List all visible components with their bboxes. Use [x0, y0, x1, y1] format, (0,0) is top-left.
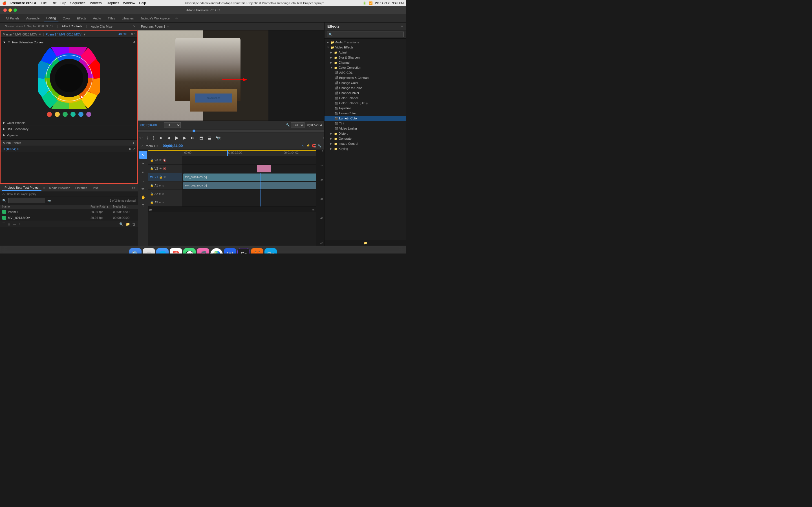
dock-calendar[interactable]: 📅 [170, 248, 182, 254]
tree-distort[interactable]: ▶ 📁 Distort [324, 131, 406, 136]
tree-change-to-color[interactable]: 🎬 Change to Color [324, 86, 406, 91]
track-a1-clip[interactable]: MVI_0013.MOV [A] [183, 182, 316, 189]
export-frame[interactable]: 📷 [214, 134, 221, 141]
audio-effects-arrow[interactable]: ▲ [132, 141, 135, 145]
loop-btn[interactable]: ↩ [138, 134, 144, 141]
ws-tab-audio[interactable]: Audio [90, 15, 104, 21]
dock-itunes[interactable]: 🎵 [197, 248, 209, 254]
a1-m[interactable]: M [159, 184, 161, 187]
effects-folder-icon[interactable]: 📁 [364, 241, 367, 244]
step-fwd-btn[interactable]: ▶ [182, 134, 188, 141]
a3-m[interactable]: M [159, 201, 161, 204]
ws-tab-editing[interactable]: Editing [44, 15, 59, 21]
tree-color-correction[interactable]: ▼ 📁 Color Correction [324, 65, 406, 70]
swatch-yellow[interactable] [55, 112, 60, 117]
pp-delete-btn[interactable]: 🗑 [132, 222, 136, 226]
overwrite-btn[interactable]: ⬓ [206, 134, 212, 141]
pm-scrubber[interactable] [138, 129, 324, 133]
v2-lock[interactable]: 🔒 [150, 167, 153, 170]
source-tab[interactable]: Source: Poem 1: Graphic: 00;00;36;19 [2, 24, 56, 29]
ws-tab-titles[interactable]: Titles [105, 15, 118, 21]
dock-messages[interactable]: 💬 [183, 248, 196, 254]
dock-premiere[interactable]: Pr [238, 248, 250, 254]
tl-close[interactable]: ✕ [141, 144, 144, 148]
dock-word[interactable]: W [224, 248, 236, 254]
effects-menu-icon[interactable]: ≡ [401, 24, 403, 29]
swatch-blue[interactable] [79, 112, 84, 117]
dock-firefox[interactable]: 🦊 [251, 248, 263, 254]
in-point-btn[interactable]: { [146, 134, 150, 141]
menu-help[interactable]: Help [139, 1, 146, 5]
tl-menu[interactable]: ≡ [156, 144, 158, 148]
v2-eye[interactable]: 👁 [159, 167, 162, 170]
dock-finder[interactable]: 🔍 [129, 248, 142, 254]
pp-camera-icon[interactable]: 📷 [47, 199, 51, 202]
clip-selector[interactable]: Poem 1 * MVI_0013.MOV [46, 33, 82, 36]
menu-sequence[interactable]: Sequence [70, 1, 86, 5]
dock-chrome[interactable]: 🌏 [210, 248, 223, 254]
apple-menu[interactable]: 🍎 [2, 1, 6, 5]
tree-lumetri-color[interactable]: 🎬 Lumetri Color [324, 116, 406, 121]
a3-s[interactable]: S [162, 201, 164, 204]
tl-tool-snap[interactable]: 🧲 [312, 144, 316, 148]
tree-equalize[interactable]: 🎬 Equalize [324, 106, 406, 111]
tree-color-balance[interactable]: 🎬 Color Balance [324, 96, 406, 101]
tl-hand-tool[interactable]: ✋ [139, 193, 147, 201]
track-v1-clip[interactable]: MVI_0013.MOV [V] [183, 173, 316, 181]
ws-tab-all-panels[interactable]: All Panels [3, 15, 22, 21]
v2-mute[interactable]: 🔇 [163, 167, 166, 170]
pm-menu-icon[interactable]: ≡ [167, 25, 168, 28]
ec-transport-btn[interactable]: ▶ [129, 147, 132, 151]
v1-lock[interactable]: 🔒 [159, 175, 162, 179]
ws-tab-jacinda[interactable]: Jacinda's Workspace [138, 15, 172, 21]
panel-close[interactable]: ✕ [133, 24, 136, 28]
tl-razor-tool[interactable]: ✂ [139, 159, 147, 167]
out-point-btn[interactable]: } [152, 134, 156, 141]
tree-generate[interactable]: ▶ 📁 Generate [324, 136, 406, 141]
tl-pen-tool[interactable]: ✏ [139, 185, 147, 193]
v3-lock[interactable]: 🔒 [150, 159, 153, 162]
clip-dropdown[interactable]: ▼ [83, 33, 86, 36]
step-back-btn[interactable]: ◀ [166, 134, 171, 141]
audio-effects-bar[interactable]: Audio Effects ▲ [1, 139, 137, 146]
insert-btn[interactable]: ⬒ [198, 134, 204, 141]
a3-lock[interactable]: 🔒 [150, 201, 153, 204]
menu-markers[interactable]: Markers [89, 1, 101, 5]
scrubber-thumb[interactable] [193, 129, 195, 132]
pp-tab-info[interactable]: Info [91, 185, 100, 190]
tree-leave-color[interactable]: 🎬 Leave Color [324, 111, 406, 116]
tree-change-color[interactable]: 🎬 Change Color [324, 80, 406, 86]
a2-lock[interactable]: 🔒 [150, 192, 153, 195]
step-back-far[interactable]: ⏮ [158, 134, 164, 141]
tl-ripple-tool[interactable]: ↔ [139, 168, 147, 176]
menu-graphics[interactable]: Graphics [105, 1, 119, 5]
tl-tool-ripple[interactable]: ⚡ [306, 144, 310, 148]
tl-tool-marker[interactable]: 🔧 [317, 144, 321, 148]
swatch-red[interactable] [47, 112, 52, 117]
ws-tab-color[interactable]: Color [60, 15, 73, 21]
pp-slider[interactable]: — [13, 222, 16, 226]
pm-quality-select[interactable]: Full 1/2 1/4 [291, 122, 305, 128]
a1-lock[interactable]: 🔒 [150, 184, 153, 187]
audio-clip-mix-tab[interactable]: Audio Clip Mixe [88, 24, 115, 29]
tree-color-balance-hls[interactable]: 🎬 Color Balance (HLS) [324, 101, 406, 106]
swatch-purple[interactable] [86, 112, 91, 117]
pp-folder-btn[interactable]: 📁 [126, 222, 130, 226]
tree-channel-mixer[interactable]: 🎬 Channel Mixer [324, 91, 406, 96]
dock-launchpad[interactable]: ⊞ [143, 248, 155, 254]
swatch-teal[interactable] [70, 112, 75, 117]
a2-m[interactable]: M [159, 193, 161, 195]
pp-list-view[interactable]: ☰ [2, 222, 5, 226]
a2-s[interactable]: S [162, 193, 164, 195]
tree-tint[interactable]: 🎬 Tint [324, 121, 406, 126]
pp-more-btn[interactable]: >> [132, 186, 136, 189]
pp-row-mvi[interactable]: MVI_0013.MOV 29.97 fps 00:00:00:00 [0, 215, 138, 221]
v3-mute[interactable]: 🔇 [163, 159, 166, 162]
tree-image-control[interactable]: ▶ 📁 Image Control [324, 141, 406, 146]
dock-safari[interactable]: 🌐 [156, 248, 168, 254]
tree-channel[interactable]: ▶ 📁 Channel [324, 60, 406, 65]
track-v2-clip-pink[interactable] [257, 165, 271, 172]
dock-photoshop[interactable]: Ps [264, 248, 277, 254]
reset-button[interactable]: ↺ [133, 40, 135, 44]
tree-video-effects[interactable]: ▼ 📁 Video Effects [324, 45, 406, 50]
